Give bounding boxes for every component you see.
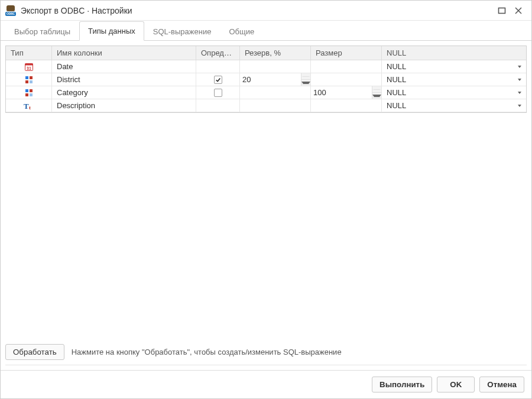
table-row[interactable]: Category100NULL (6, 86, 526, 99)
cancel-button[interactable]: Отмена (479, 377, 524, 392)
tab-sql-expression[interactable]: SQL-выражение (144, 22, 220, 41)
enum-icon (24, 88, 34, 98)
define-checkbox[interactable] (214, 76, 222, 84)
dialog-footer: Выполнить OK Отмена (1, 370, 531, 398)
cell-define (196, 73, 240, 86)
cell-null[interactable]: NULL (382, 99, 526, 112)
maximize-button[interactable] (494, 2, 510, 19)
table-row[interactable]: District20NULL (6, 73, 526, 86)
cell-name[interactable]: Description (52, 99, 196, 112)
svg-rect-12 (25, 93, 28, 96)
null-combo[interactable]: NULL (387, 101, 521, 110)
size-spinner-value[interactable]: 100 (311, 86, 372, 99)
settings-window: ODBC Экспорт в ODBC · Настройки Выбор та… (0, 0, 532, 399)
cell-reserve[interactable] (240, 60, 311, 73)
size-spinner-up[interactable] (372, 86, 381, 93)
close-icon (514, 7, 523, 15)
header-type[interactable]: Тип (6, 46, 52, 60)
svg-rect-4 (25, 63, 33, 65)
chevron-down-icon (518, 79, 521, 81)
chevron-up-icon (301, 76, 310, 77)
cell-reserve[interactable]: 20 (240, 73, 311, 86)
enum-icon (24, 75, 34, 85)
chevron-down-icon (518, 66, 521, 68)
svg-text:T: T (24, 102, 29, 111)
columns-grid: Тип Имя колонки Определ… Резерв, % Разме… (5, 46, 527, 113)
null-value: NULL (387, 62, 513, 71)
define-checkbox[interactable] (214, 89, 222, 97)
process-panel: Обработать Нажмите на кнопку "Обработать… (5, 339, 527, 360)
svg-rect-11 (30, 89, 33, 92)
reserve-spinner-up[interactable] (301, 73, 310, 80)
cell-size[interactable] (311, 99, 382, 112)
table-row[interactable]: TtDescriptionNULL (6, 99, 526, 112)
chevron-up-icon (372, 89, 381, 90)
cell-name[interactable]: District (52, 73, 196, 86)
cell-name[interactable]: Category (52, 86, 196, 99)
size-spinner[interactable]: 100 (311, 86, 381, 99)
cell-null[interactable]: NULL (382, 73, 526, 86)
svg-rect-8 (25, 80, 28, 83)
svg-rect-7 (30, 76, 33, 79)
reserve-spinner-down[interactable] (301, 80, 310, 86)
header-null[interactable]: NULL (382, 46, 526, 60)
cell-define (196, 99, 240, 112)
svg-rect-6 (25, 76, 28, 79)
process-hint: Нажмите на кнопку "Обработать", чтобы со… (72, 348, 342, 356)
size-spinner-down[interactable] (372, 93, 381, 99)
svg-text:t: t (29, 105, 31, 111)
chevron-down-icon (372, 95, 381, 98)
header-name[interactable]: Имя колонки (52, 46, 196, 60)
window-title: Экспорт в ODBC · Настройки (21, 6, 132, 15)
cell-reserve[interactable] (240, 86, 311, 99)
cell-define (196, 86, 240, 99)
null-combo[interactable]: NULL (387, 75, 521, 84)
cell-define (196, 60, 240, 73)
null-value: NULL (387, 75, 513, 84)
cell-size[interactable] (311, 60, 382, 73)
table-row[interactable]: 31DateNULL (6, 60, 526, 73)
tab-bar: Выбор таблицы Типы данных SQL-выражение … (1, 21, 531, 41)
grid-body: 31DateNULLDistrict20NULLCategory100NULLT… (6, 60, 526, 112)
chevron-down-icon (518, 92, 521, 94)
chevron-down-icon (518, 105, 521, 107)
null-combo[interactable]: NULL (387, 62, 521, 71)
cell-type (6, 86, 52, 99)
cell-type: 31 (6, 60, 52, 73)
reserve-spinner[interactable]: 20 (240, 73, 310, 86)
cell-reserve[interactable] (240, 99, 311, 112)
header-define[interactable]: Определ… (196, 46, 240, 60)
title-bar: ODBC Экспорт в ODBC · Настройки (1, 1, 531, 21)
cell-null[interactable]: NULL (382, 60, 526, 73)
cell-size[interactable] (311, 73, 382, 86)
svg-rect-13 (30, 93, 33, 96)
calendar-icon: 31 (24, 62, 34, 72)
maximize-icon (498, 7, 506, 15)
cell-type (6, 73, 52, 86)
svg-text:31: 31 (27, 66, 31, 70)
cell-null[interactable]: NULL (382, 86, 526, 99)
body-panel: Тип Имя колонки Определ… Резерв, % Разме… (1, 41, 531, 370)
execute-button[interactable]: Выполнить (372, 377, 432, 392)
null-value: NULL (387, 88, 513, 97)
cell-size[interactable]: 100 (311, 86, 382, 99)
tab-data-types[interactable]: Типы данных (79, 21, 144, 41)
header-reserve[interactable]: Резерв, % (240, 46, 311, 60)
svg-rect-0 (499, 8, 505, 13)
chevron-down-icon (301, 82, 310, 85)
header-size[interactable]: Размер (311, 46, 382, 60)
tab-table-select[interactable]: Выбор таблицы (5, 22, 79, 41)
app-icon: ODBC (5, 5, 16, 16)
svg-rect-10 (25, 89, 28, 92)
ok-button[interactable]: OK (437, 377, 475, 392)
body-divider (5, 365, 527, 365)
null-value: NULL (387, 101, 513, 110)
process-button[interactable]: Обработать (5, 344, 64, 360)
close-button[interactable] (510, 2, 527, 19)
tab-general[interactable]: Общие (220, 22, 263, 41)
null-combo[interactable]: NULL (387, 88, 521, 97)
cell-name[interactable]: Date (52, 60, 196, 73)
svg-rect-9 (30, 80, 33, 83)
grid-header: Тип Имя колонки Определ… Резерв, % Разме… (6, 46, 526, 60)
reserve-spinner-value[interactable]: 20 (240, 73, 301, 86)
